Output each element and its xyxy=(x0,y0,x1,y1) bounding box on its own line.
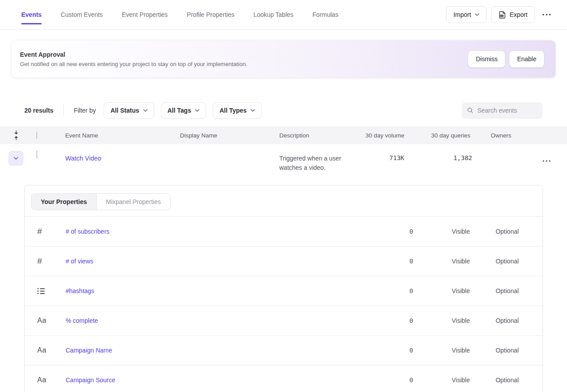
number-type-icon: # xyxy=(37,227,42,236)
event-approval-banner: Event Approval Get notified on all new e… xyxy=(12,40,555,78)
events-table-header: Event Name Display Name Description 30 d… xyxy=(0,126,567,144)
event-volume: 713K xyxy=(356,151,408,161)
banner-title: Event Approval xyxy=(20,51,247,58)
property-requirement[interactable]: Optional xyxy=(472,258,543,265)
event-name-link[interactable]: Watch Video xyxy=(65,155,101,162)
enable-button[interactable]: Enable xyxy=(509,51,544,67)
event-description: Triggered when a user watches a video. xyxy=(279,151,354,172)
property-volume: 0 xyxy=(329,287,413,294)
property-row: Aa Campaign Source 0 Visible Optional xyxy=(25,365,543,392)
column-header-queries[interactable]: 30 day queries xyxy=(408,132,472,139)
property-row: # # of views 0 Visible Optional xyxy=(25,247,543,276)
search-icon xyxy=(467,107,473,114)
banner-actions: Dismiss Enable xyxy=(468,51,544,67)
tags-filter-dropdown[interactable]: All Tags xyxy=(161,102,206,119)
column-header-owners[interactable]: Owners xyxy=(472,132,530,139)
row-checkbox[interactable] xyxy=(36,150,37,159)
tab-formulas[interactable]: Formulas xyxy=(313,0,338,29)
more-options-button[interactable] xyxy=(540,6,554,23)
chevron-down-icon xyxy=(475,13,479,16)
nav-actions: Import csv Export xyxy=(446,6,554,23)
property-row: # # of subscribers 0 Visible Optional xyxy=(25,217,543,247)
filter-by-label: Filter by xyxy=(74,107,96,114)
event-queries: 1,382 xyxy=(408,151,472,161)
column-header-event-name[interactable]: Event Name xyxy=(65,132,180,139)
ellipsis-icon xyxy=(542,14,551,16)
column-header-description[interactable]: Description xyxy=(279,132,356,139)
properties-tab-group: Your Properties Mixpanel Properties xyxy=(31,193,171,210)
property-row: Aa % complete 0 Visible Optional xyxy=(25,306,543,336)
event-properties-panel: Your Properties Mixpanel Properties # # … xyxy=(24,185,543,392)
tab-custom-events[interactable]: Custom Events xyxy=(61,0,103,29)
types-filter-dropdown[interactable]: All Types xyxy=(213,102,262,119)
tab-profile-properties[interactable]: Profile Properties xyxy=(187,0,234,29)
property-visibility[interactable]: Visible xyxy=(413,376,472,384)
property-volume: 0 xyxy=(329,347,413,354)
property-name-link[interactable]: # of subscribers xyxy=(66,228,109,235)
row-expander-button[interactable] xyxy=(8,151,23,166)
status-filter-dropdown[interactable]: All Status xyxy=(104,102,154,119)
tags-filter-label: All Tags xyxy=(168,107,191,114)
table-row-watch-video: Watch Video Triggered when a user watche… xyxy=(0,144,567,179)
search-input[interactable] xyxy=(477,107,537,114)
import-button-label: Import xyxy=(454,11,471,18)
property-requirement[interactable]: Optional xyxy=(472,287,543,294)
property-visibility[interactable]: Visible xyxy=(413,228,472,235)
row-more-options-button[interactable] xyxy=(540,156,553,166)
text-type-icon: Aa xyxy=(37,317,47,325)
import-button[interactable]: Import xyxy=(446,6,487,23)
filter-toolbar: 20 results Filter by All Status All Tags… xyxy=(0,102,567,118)
property-requirement[interactable]: Optional xyxy=(472,347,543,354)
banner-text: Event Approval Get notified on all new e… xyxy=(20,51,247,67)
property-name-link[interactable]: # of views xyxy=(66,258,93,265)
property-requirement[interactable]: Optional xyxy=(472,376,543,384)
property-requirement[interactable]: Optional xyxy=(472,317,543,324)
chevron-down-icon xyxy=(250,109,255,112)
lexicon-tabs: Events Custom Events Event Properties Pr… xyxy=(21,0,338,29)
tab-your-properties[interactable]: Your Properties xyxy=(31,194,97,210)
toolbar-divider xyxy=(63,104,64,117)
export-button[interactable]: csv Export xyxy=(491,6,535,23)
property-volume: 0 xyxy=(329,228,413,235)
ellipsis-icon xyxy=(543,160,551,162)
types-filter-label: All Types xyxy=(219,107,246,114)
property-volume: 0 xyxy=(329,317,413,324)
tab-lookup-tables[interactable]: Lookup Tables xyxy=(254,0,293,29)
svg-text:csv: csv xyxy=(501,15,503,17)
tab-mixpanel-properties[interactable]: Mixpanel Properties xyxy=(97,194,170,210)
property-name-link[interactable]: #hashtags xyxy=(66,287,94,294)
chevron-down-icon xyxy=(195,109,199,112)
export-button-label: Export xyxy=(510,11,528,18)
property-requirement[interactable]: Optional xyxy=(472,228,543,235)
status-filter-label: All Status xyxy=(110,107,139,114)
property-row: #hashtags 0 Visible Optional xyxy=(25,276,543,306)
property-visibility[interactable]: Visible xyxy=(413,347,472,354)
dismiss-button[interactable]: Dismiss xyxy=(468,51,505,67)
search-box xyxy=(462,102,543,119)
list-type-icon xyxy=(37,288,45,294)
csv-file-icon: csv xyxy=(499,11,506,19)
results-count: 20 results xyxy=(24,107,53,114)
property-volume: 0 xyxy=(329,376,413,384)
number-type-icon: # xyxy=(37,256,42,266)
property-name-link[interactable]: Campaign Source xyxy=(66,376,115,384)
property-volume: 0 xyxy=(329,258,413,265)
tab-events[interactable]: Events xyxy=(21,0,42,29)
property-visibility[interactable]: Visible xyxy=(413,287,472,294)
property-name-link[interactable]: % complete xyxy=(66,317,98,324)
column-header-display-name[interactable]: Display Name xyxy=(180,132,279,139)
select-all-checkbox[interactable] xyxy=(36,132,37,139)
text-type-icon: Aa xyxy=(37,376,47,384)
property-visibility[interactable]: Visible xyxy=(413,317,472,324)
column-header-volume[interactable]: 30 day volume xyxy=(356,132,408,139)
tab-event-properties[interactable]: Event Properties xyxy=(122,0,168,29)
text-type-icon: Aa xyxy=(37,346,47,354)
chevron-down-icon xyxy=(143,109,148,112)
chevron-down-icon xyxy=(14,157,18,160)
collapse-all-icon[interactable] xyxy=(13,130,19,140)
property-row: Aa Campaign Name 0 Visible Optional xyxy=(25,336,543,365)
property-visibility[interactable]: Visible xyxy=(413,258,472,265)
property-name-link[interactable]: Campaign Name xyxy=(66,347,112,354)
banner-description: Get notified on all new events entering … xyxy=(20,61,247,67)
top-navigation: Events Custom Events Event Properties Pr… xyxy=(0,0,567,30)
